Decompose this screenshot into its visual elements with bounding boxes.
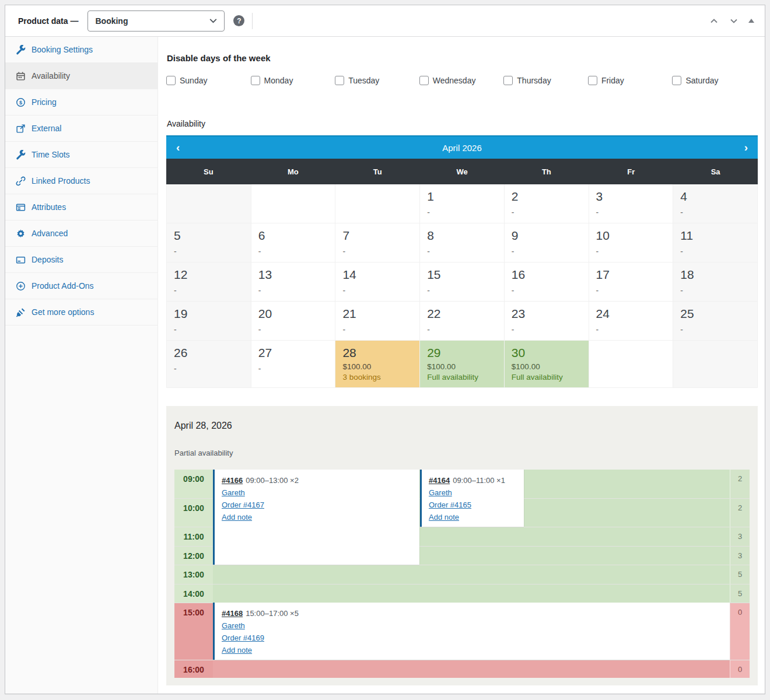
panel-title: Product data — — [18, 16, 78, 26]
sidebar-item-get-more-options[interactable]: Get more options — [5, 299, 158, 326]
sidebar-item-attributes[interactable]: Attributes — [5, 194, 158, 220]
calendar-day-19[interactable]: 19- — [167, 302, 251, 341]
customer-link[interactable]: Gareth — [429, 487, 452, 499]
remaining-spots-count: 5 — [730, 565, 750, 584]
availability-calendar: ‹ April 2026 › SuMoTuWeThFrSa 1-2-3-4-5-… — [166, 135, 758, 388]
booking-id-link[interactable]: #4166 — [222, 476, 243, 485]
sidebar-item-label: Product Add-Ons — [32, 281, 94, 291]
day-number: 22 — [427, 307, 497, 321]
calendar-day-2[interactable]: 2- — [505, 184, 589, 223]
booking-card-4168: #416815:00–17:00 ×5GarethOrder #4169Add … — [213, 603, 730, 660]
prev-month-icon[interactable]: ‹ — [166, 136, 190, 159]
time-label: 10:00 — [174, 499, 213, 527]
day-label: Tuesday — [348, 76, 379, 85]
order-link[interactable]: Order #4167 — [222, 499, 264, 511]
calendar-month-title: April 2026 — [190, 143, 734, 153]
checkbox-saturday[interactable] — [672, 76, 681, 85]
sidebar-item-advanced[interactable]: Advanced — [5, 220, 158, 247]
calendar-day-20[interactable]: 20- — [251, 302, 336, 341]
day-availability-dash: - — [258, 247, 328, 256]
panel-header: Product data — Booking ? — [5, 5, 765, 37]
calendar-day-11[interactable]: 11- — [673, 223, 758, 262]
sidebar-item-external[interactable]: External — [5, 116, 158, 142]
calendar-day-29[interactable]: 29$100.00Full availability — [420, 341, 505, 388]
calendar-day-5[interactable]: 5- — [167, 223, 251, 262]
order-link[interactable]: Order #4169 — [222, 632, 264, 644]
calendar-day-28[interactable]: 28$100.003 bookings — [335, 341, 420, 388]
next-month-icon[interactable]: › — [734, 136, 758, 159]
add-note-link[interactable]: Add note — [222, 644, 252, 656]
calendar-day-24[interactable]: 24- — [589, 302, 674, 341]
calendar-day-6[interactable]: 6- — [251, 223, 336, 262]
calendar-day-30[interactable]: 30$100.00Full availability — [505, 341, 589, 388]
calendar-day-4[interactable]: 4- — [673, 184, 758, 223]
order-link[interactable]: Order #4165 — [429, 499, 471, 511]
weekday-header-th: Th — [504, 167, 589, 176]
product-type-select[interactable]: Booking — [88, 10, 225, 32]
sidebar-item-linked-products[interactable]: Linked Products — [5, 168, 158, 194]
calendar-day-14[interactable]: 14- — [335, 262, 420, 302]
checkbox-thursday[interactable] — [503, 76, 513, 85]
disable-day-option-thursday[interactable]: Thursday — [503, 76, 588, 85]
day-number: 11 — [680, 229, 750, 243]
collapse-toggle-icon[interactable] — [748, 19, 754, 23]
sidebar-item-deposits[interactable]: Deposits — [5, 247, 158, 273]
calendar-day-25[interactable]: 25- — [673, 302, 758, 341]
calendar-day-3[interactable]: 3- — [589, 184, 674, 223]
add-note-link[interactable]: Add note — [222, 511, 252, 523]
booking-id-link[interactable]: #4168 — [222, 609, 243, 618]
calendar-day-7[interactable]: 7- — [335, 223, 420, 262]
disable-day-option-monday[interactable]: Monday — [251, 76, 335, 85]
time-label: 15:00 — [174, 603, 213, 660]
calendar-day-18[interactable]: 18- — [673, 262, 758, 302]
day-label: Thursday — [517, 76, 551, 85]
link-icon — [16, 176, 26, 186]
calendar-day-17[interactable]: 17- — [589, 262, 674, 302]
calendar-day-13[interactable]: 13- — [251, 262, 336, 302]
calendar-day-16[interactable]: 16- — [505, 262, 589, 302]
customer-link[interactable]: Gareth — [222, 487, 245, 499]
day-availability-dash: - — [596, 247, 666, 256]
disable-day-option-wednesday[interactable]: Wednesday — [419, 76, 504, 85]
move-up-icon[interactable] — [709, 16, 719, 26]
disable-day-option-sunday[interactable]: Sunday — [166, 76, 251, 85]
checkbox-wednesday[interactable] — [419, 76, 429, 85]
calendar-day-15[interactable]: 15- — [420, 262, 505, 302]
calendar-day-1[interactable]: 1- — [420, 184, 505, 223]
checkbox-friday[interactable] — [588, 76, 597, 85]
calendar-day-12[interactable]: 12- — [167, 262, 251, 302]
card-icon — [16, 255, 26, 265]
sidebar-item-pricing[interactable]: $Pricing — [5, 89, 158, 116]
sidebar-item-availability[interactable]: Availability — [5, 63, 158, 89]
sidebar-item-booking-settings[interactable]: Booking Settings — [5, 37, 158, 63]
move-down-icon[interactable] — [729, 16, 739, 26]
checkbox-monday[interactable] — [251, 76, 260, 85]
help-icon[interactable]: ? — [233, 15, 244, 26]
calendar-day-22[interactable]: 22- — [420, 302, 505, 341]
checkbox-sunday[interactable] — [166, 76, 176, 85]
calendar-day-27[interactable]: 27- — [251, 341, 336, 388]
plug-icon — [16, 307, 26, 317]
checkbox-tuesday[interactable] — [335, 76, 344, 85]
add-note-link[interactable]: Add note — [429, 511, 459, 523]
booking-id-link[interactable]: #4164 — [429, 476, 450, 485]
day-availability-dash: - — [596, 208, 666, 217]
product-data-tabs-sidebar: Booking SettingsAvailability$PricingExte… — [5, 37, 158, 694]
sidebar-item-time-slots[interactable]: Time Slots — [5, 142, 158, 168]
disable-days-title: Disable days of the week — [167, 53, 756, 63]
calendar-day-10[interactable]: 10- — [589, 223, 674, 262]
calendar-day-23[interactable]: 23- — [505, 302, 589, 341]
calendar-day-26[interactable]: 26- — [167, 341, 251, 388]
disable-day-option-friday[interactable]: Friday — [588, 76, 673, 85]
disable-day-option-tuesday[interactable]: Tuesday — [335, 76, 419, 85]
sidebar-item-product-add-ons[interactable]: Product Add-Ons — [5, 273, 158, 299]
day-availability-dash: - — [680, 286, 750, 295]
day-number: 4 — [680, 190, 750, 204]
calendar-day-21[interactable]: 21- — [335, 302, 420, 341]
disable-day-option-saturday[interactable]: Saturday — [672, 76, 757, 85]
calendar-day-8[interactable]: 8- — [420, 223, 505, 262]
list-icon — [16, 202, 26, 212]
day-number: 12 — [174, 268, 244, 282]
calendar-day-9[interactable]: 9- — [505, 223, 589, 262]
customer-link[interactable]: Gareth — [222, 620, 245, 632]
